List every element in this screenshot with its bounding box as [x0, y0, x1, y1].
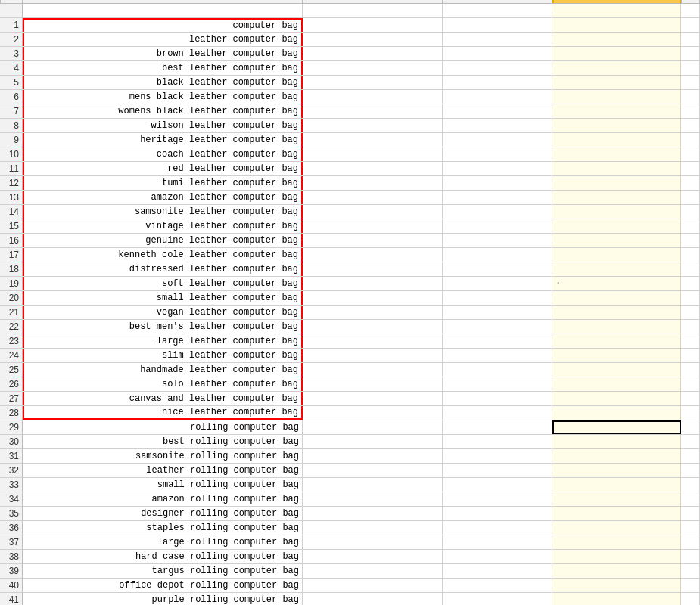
cell-keyword[interactable]: samsonite rolling computer bag	[23, 449, 303, 463]
cell-competition[interactable]	[552, 420, 681, 434]
table-row[interactable]: 9 heritage leather computer bag	[0, 133, 700, 147]
table-row[interactable]: 37 large rolling computer bag	[0, 535, 700, 550]
cell-competition[interactable]	[552, 406, 681, 420]
cell-cpc[interactable]	[443, 420, 552, 434]
cell-keyword[interactable]: kenneth cole leather computer bag	[23, 248, 303, 262]
cell-cpc[interactable]	[443, 205, 552, 219]
cell-cpc[interactable]	[443, 363, 552, 377]
cell-keyword[interactable]: heritage leather computer bag	[23, 133, 303, 147]
table-row[interactable]: 16 genuine leather computer bag	[0, 234, 700, 248]
cell-cpc[interactable]	[443, 492, 552, 506]
cell-competition[interactable]	[552, 593, 681, 605]
col-header-a[interactable]	[23, 0, 303, 3]
cell-keyword[interactable]: samsonite leather computer bag	[23, 205, 303, 219]
cell-competition[interactable]	[552, 147, 681, 161]
cell-cpc[interactable]	[443, 176, 552, 190]
cell-search-volume[interactable]	[303, 76, 443, 89]
cell-cpc[interactable]	[443, 248, 552, 262]
cell-competition[interactable]	[552, 320, 681, 334]
cell-search-volume[interactable]	[303, 521, 443, 535]
cell-keyword[interactable]: office depot rolling computer bag	[23, 579, 303, 592]
cell-cpc[interactable]	[443, 449, 552, 463]
cell-search-volume[interactable]	[303, 420, 443, 434]
cell-keyword[interactable]: leather rolling computer bag	[23, 464, 303, 477]
cell-keyword[interactable]: large rolling computer bag	[23, 535, 303, 549]
cell-competition[interactable]	[552, 464, 681, 477]
table-row[interactable]: 27 canvas and leather computer bag	[0, 392, 700, 406]
cell-cpc[interactable]	[443, 90, 552, 104]
cell-keyword[interactable]: leather computer bag	[23, 33, 303, 46]
cell-cpc[interactable]	[443, 435, 552, 448]
table-row[interactable]: 11 red leather computer bag	[0, 162, 700, 176]
table-row[interactable]: 18 distressed leather computer bag	[0, 262, 700, 277]
table-row[interactable]: 25 handmade leather computer bag	[0, 363, 700, 377]
cell-search-volume[interactable]	[303, 262, 443, 276]
table-row[interactable]: 7 womens black leather computer bag	[0, 104, 700, 119]
table-row[interactable]: 32 leather rolling computer bag	[0, 464, 700, 478]
cell-cpc[interactable]	[443, 392, 552, 405]
cell-competition[interactable]	[552, 507, 681, 520]
cell-keyword[interactable]: wilson leather computer bag	[23, 119, 303, 132]
cell-keyword[interactable]: best rolling computer bag	[23, 435, 303, 448]
cell-search-volume[interactable]	[303, 492, 443, 506]
table-row[interactable]: 17 kenneth cole leather computer bag	[0, 248, 700, 262]
cell-competition[interactable]	[552, 76, 681, 89]
cell-keyword[interactable]: staples rolling computer bag	[23, 521, 303, 535]
table-row[interactable]: 4 best leather computer bag	[0, 61, 700, 76]
cell-keyword[interactable]: vegan leather computer bag	[23, 306, 303, 319]
cell-keyword[interactable]: hard case rolling computer bag	[23, 550, 303, 563]
table-row[interactable]: 12 tumi leather computer bag	[0, 176, 700, 191]
cell-search-volume[interactable]	[303, 579, 443, 592]
table-row[interactable]: 3 brown leather computer bag	[0, 47, 700, 61]
table-row[interactable]: 5 black leather computer bag	[0, 76, 700, 90]
cell-keyword[interactable]: red leather computer bag	[23, 162, 303, 175]
cell-competition[interactable]	[552, 104, 681, 118]
table-row[interactable]: 30 best rolling computer bag	[0, 435, 700, 449]
cell-cpc[interactable]	[443, 564, 552, 578]
cell-search-volume[interactable]	[303, 449, 443, 463]
cell-cpc[interactable]	[443, 306, 552, 319]
cell-competition[interactable]	[552, 478, 681, 492]
cell-keyword[interactable]: solo leather computer bag	[23, 377, 303, 391]
cell-keyword[interactable]: womens black leather computer bag	[23, 104, 303, 118]
cell-search-volume[interactable]	[303, 248, 443, 262]
cell-search-volume[interactable]	[303, 564, 443, 578]
cell-cpc[interactable]	[443, 478, 552, 492]
cell-competition[interactable]	[552, 61, 681, 75]
cell-search-volume[interactable]	[303, 119, 443, 132]
cell-keyword[interactable]: coach leather computer bag	[23, 147, 303, 161]
table-row[interactable]: 38 hard case rolling computer bag	[0, 550, 700, 564]
cell-keyword[interactable]: rolling computer bag	[23, 420, 303, 434]
table-row[interactable]: 36 staples rolling computer bag	[0, 521, 700, 535]
table-row[interactable]: 13 amazon leather computer bag	[0, 191, 700, 205]
cell-keyword[interactable]: purple rolling computer bag	[23, 593, 303, 605]
cell-competition[interactable]	[552, 162, 681, 175]
cell-search-volume[interactable]	[303, 219, 443, 233]
cell-keyword[interactable]: soft leather computer bag	[23, 277, 303, 290]
cell-competition[interactable]	[552, 234, 681, 247]
cell-cpc[interactable]	[443, 550, 552, 563]
cell-cpc[interactable]	[443, 119, 552, 132]
cell-search-volume[interactable]	[303, 593, 443, 605]
cell-cpc[interactable]	[443, 277, 552, 290]
cell-search-volume[interactable]	[303, 47, 443, 60]
cell-cpc[interactable]	[443, 162, 552, 175]
cell-keyword[interactable]: best leather computer bag	[23, 61, 303, 75]
cell-search-volume[interactable]	[303, 464, 443, 477]
cell-cpc[interactable]	[443, 349, 552, 362]
cell-cpc[interactable]	[443, 521, 552, 535]
cell-cpc[interactable]	[443, 579, 552, 592]
cell-cpc[interactable]	[443, 234, 552, 247]
cell-cpc[interactable]	[443, 334, 552, 348]
cell-cpc[interactable]	[443, 133, 552, 147]
cell-keyword[interactable]: designer rolling computer bag	[23, 507, 303, 520]
cell-competition[interactable]: ·	[552, 277, 681, 290]
cell-search-volume[interactable]	[303, 61, 443, 75]
table-row[interactable]: 6 mens black leather computer bag	[0, 90, 700, 104]
cell-keyword[interactable]: amazon leather computer bag	[23, 191, 303, 204]
cell-competition[interactable]	[552, 492, 681, 506]
cell-cpc[interactable]	[443, 320, 552, 334]
cell-keyword[interactable]: computer bag	[23, 18, 303, 32]
cell-cpc[interactable]	[443, 535, 552, 549]
table-row[interactable]: 39 targus rolling computer bag	[0, 564, 700, 579]
